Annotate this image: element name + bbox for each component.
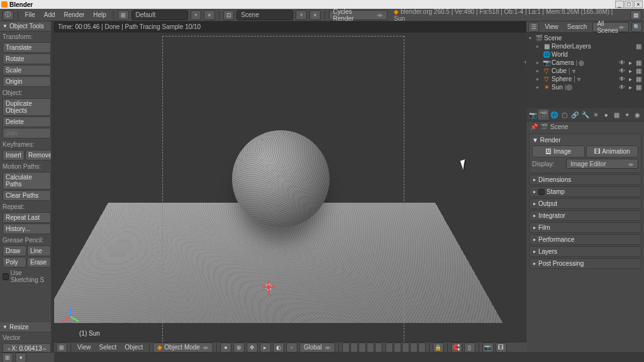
toolshelf-scrollbar[interactable]: [51, 21, 53, 352]
render-menu[interactable]: Render: [61, 11, 88, 18]
region-toggle-icon[interactable]: +: [523, 58, 526, 67]
panel-stamp[interactable]: ▸Stamp: [529, 186, 641, 197]
tree-scene[interactable]: ▾🎬Scene: [526, 34, 644, 42]
outliner-filter-dropdown[interactable]: All Scenes◂▸: [592, 22, 628, 32]
tab-constraint-icon[interactable]: 🔗: [570, 110, 580, 120]
tree-sun[interactable]: ▸☀Sun|👁▸▦: [526, 83, 644, 91]
layout-field[interactable]: Default: [131, 10, 188, 20]
layout-add-icon[interactable]: +: [191, 10, 202, 20]
panel-integrator[interactable]: ▸Integrator: [529, 210, 641, 221]
remove-keyframe-button[interactable]: Remove: [25, 150, 54, 161]
history-button[interactable]: History...: [3, 223, 51, 234]
view3d-editor-icon[interactable]: ⊞: [56, 342, 67, 353]
scene-browse-icon[interactable]: ⊡: [223, 10, 235, 20]
snap-icon[interactable]: 🧲: [451, 342, 462, 353]
gp-erase-button[interactable]: Erase: [27, 257, 51, 268]
join-button[interactable]: Join: [3, 128, 51, 139]
maximize-button[interactable]: □: [625, 1, 633, 8]
render-toggle-icon[interactable]: ▦: [635, 43, 641, 50]
snap-type-icon[interactable]: ▯: [464, 342, 475, 353]
tab-texture-icon[interactable]: ▦: [611, 110, 622, 120]
select-icon[interactable]: ▸: [627, 59, 633, 66]
outliner-editor-icon[interactable]: ☰: [528, 22, 539, 32]
left-editor-icon[interactable]: ⊞: [2, 353, 13, 363]
layout-remove-icon[interactable]: ×: [204, 10, 215, 20]
render-engine-dropdown[interactable]: Cycles Render ◂▸: [329, 10, 388, 20]
gp-draw-button[interactable]: Draw: [3, 246, 26, 256]
file-menu[interactable]: File: [22, 11, 38, 18]
gp-line-button[interactable]: Line: [27, 246, 51, 256]
object-menu[interactable]: Object: [121, 344, 146, 351]
shading-icon[interactable]: ●: [220, 342, 231, 353]
repeat-last-button[interactable]: Repeat Last: [3, 212, 51, 223]
editor-type-icon[interactable]: ⓘ: [3, 10, 14, 20]
help-menu[interactable]: Help: [90, 11, 109, 18]
scene-add-icon[interactable]: +: [296, 10, 307, 20]
display-dropdown[interactable]: Image Editor◂▸: [566, 159, 638, 169]
tree-renderlayers[interactable]: ▸▦RenderLayers▦: [526, 42, 644, 50]
tree-world[interactable]: 🌐World: [526, 50, 644, 59]
tab-physics-icon[interactable]: ◉: [632, 110, 643, 120]
manip-rotate-icon[interactable]: ◐: [273, 342, 284, 353]
gp-poly-button[interactable]: Poly: [3, 257, 26, 268]
scene-field[interactable]: Scene: [236, 10, 293, 20]
tab-particle-icon[interactable]: ✦: [622, 110, 633, 120]
tree-camera[interactable]: ▸📷Camera|◎👁▸▦: [526, 59, 644, 67]
select-menu[interactable]: Select: [96, 344, 120, 351]
tab-object-icon[interactable]: ▢: [559, 110, 570, 120]
panel-performance[interactable]: ▸Performance: [529, 234, 641, 245]
render-icon[interactable]: ▦: [635, 59, 641, 66]
sketching-checkbox[interactable]: Use Sketching S: [0, 268, 53, 285]
scene-remove-icon[interactable]: ×: [309, 10, 321, 20]
render-panel-header[interactable]: ▼ Render: [532, 137, 638, 144]
lock-camera-icon[interactable]: 🔒: [433, 342, 444, 353]
pivot-icon[interactable]: ⊕: [233, 342, 245, 353]
orientation-dropdown[interactable]: Global◂▸: [299, 342, 335, 353]
manipulator-icon[interactable]: ✥: [247, 342, 258, 353]
manip-translate-icon[interactable]: ▸: [260, 342, 271, 353]
panel-postprocessing[interactable]: ▸Post Processing: [529, 258, 641, 269]
tab-world-icon[interactable]: 🌐: [548, 110, 559, 120]
tab-render-icon[interactable]: 📷: [528, 110, 538, 120]
outliner-tree[interactable]: ▾🎬Scene ▸▦RenderLayers▦ 🌐World ▸📷Camera|…: [526, 33, 644, 108]
render-animation-button[interactable]: 🎞 Animation: [586, 145, 639, 157]
render-image-button[interactable]: 🖼 Image: [532, 145, 585, 157]
pin-icon[interactable]: 📌: [530, 123, 538, 130]
mode-dropdown[interactable]: ◆Object Mode◂▸: [153, 342, 213, 353]
tree-cube[interactable]: ▸▽Cube|▿👁▸▦: [526, 67, 644, 75]
manip-scale-icon[interactable]: ▫: [286, 342, 297, 353]
close-button[interactable]: ×: [634, 1, 643, 8]
delete-button[interactable]: Delete: [3, 116, 51, 127]
outliner-search-menu[interactable]: Search: [564, 23, 591, 30]
origin-button[interactable]: Origin: [3, 76, 51, 87]
resize-x-field[interactable]: ◂X: 0.06413▸: [3, 343, 51, 352]
calc-paths-button[interactable]: Calculate Paths: [3, 172, 51, 189]
translate-button[interactable]: Translate: [3, 42, 51, 53]
clear-paths-button[interactable]: Clear Paths: [3, 190, 51, 201]
tree-sphere[interactable]: ▸▽Sphere|▿👁▸▦: [526, 75, 644, 83]
view-menu[interactable]: View: [74, 344, 94, 351]
panel-film[interactable]: ▸Film: [529, 222, 641, 233]
viewport-canvas[interactable]: (1) Sun +: [54, 33, 526, 342]
rotate-button[interactable]: Rotate: [3, 54, 51, 64]
left-down-icon[interactable]: ▾: [15, 353, 26, 363]
minimize-button[interactable]: _: [615, 1, 624, 8]
layer-buttons[interactable]: [342, 342, 426, 353]
add-menu[interactable]: Add: [41, 11, 58, 18]
panel-dimensions[interactable]: ▸Dimensions: [529, 174, 641, 185]
outliner-search-icon[interactable]: 🔍: [631, 22, 642, 32]
panel-layers[interactable]: ▸Layers: [529, 246, 641, 257]
tab-data-icon[interactable]: ☀: [591, 110, 601, 120]
operator-header[interactable]: ▼Resize: [0, 322, 53, 332]
insert-keyframe-button[interactable]: Insert: [3, 150, 25, 161]
layout-browse-icon[interactable]: ⊞: [118, 10, 129, 20]
eye-icon[interactable]: 👁: [619, 59, 625, 66]
panel-output[interactable]: ▸Output: [529, 198, 641, 209]
outliner-view-menu[interactable]: View: [541, 23, 562, 30]
scale-button[interactable]: Scale: [3, 65, 51, 76]
tab-scene-icon[interactable]: 🎬: [538, 110, 549, 120]
opengl-render-icon[interactable]: 📷: [482, 342, 494, 353]
tab-modifier-icon[interactable]: 🔧: [580, 110, 591, 120]
opengl-anim-icon[interactable]: 🎞: [496, 342, 507, 353]
duplicate-button[interactable]: Duplicate Objects: [3, 98, 51, 116]
